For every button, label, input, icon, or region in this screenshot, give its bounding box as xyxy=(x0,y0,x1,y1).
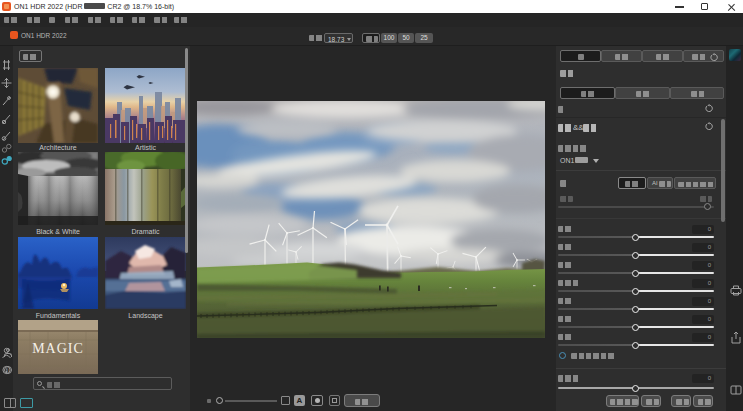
svg-text:MAGIC: MAGIC xyxy=(32,341,84,356)
